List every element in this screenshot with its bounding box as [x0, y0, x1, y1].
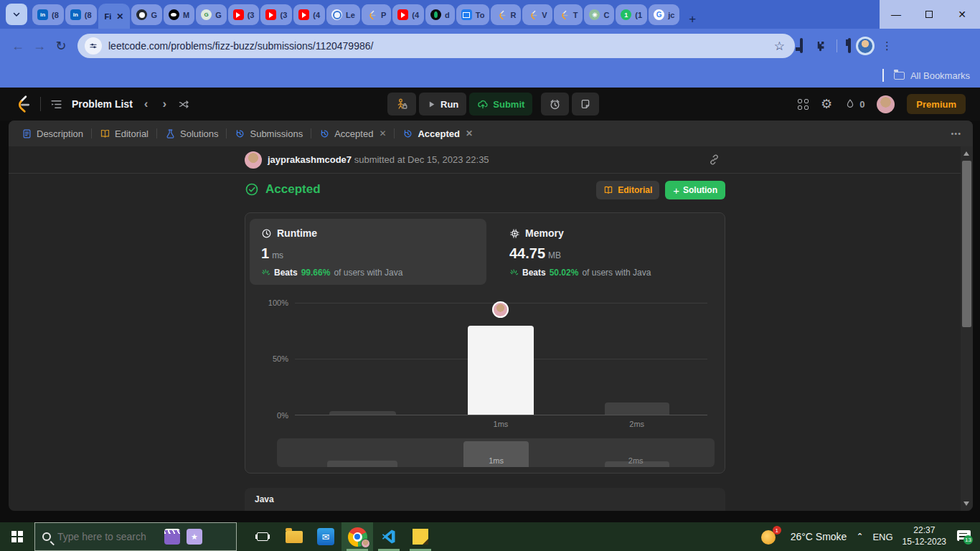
- prev-problem-icon[interactable]: ‹: [141, 97, 151, 111]
- code-language-header[interactable]: Java: [245, 488, 725, 511]
- browser-tab[interactable]: M: [164, 4, 194, 25]
- browser-tab[interactable]: (8: [32, 4, 64, 25]
- new-tab-button[interactable]: +: [683, 10, 702, 29]
- chrome-button-active[interactable]: [341, 522, 373, 551]
- browser-tab-active[interactable]: Fi✕: [98, 4, 131, 29]
- run-button[interactable]: Run: [419, 93, 466, 116]
- notes-button[interactable]: [572, 93, 599, 116]
- file-explorer-button[interactable]: [278, 522, 310, 551]
- tab-solutions[interactable]: Solutions: [165, 128, 218, 139]
- bookmark-star-icon[interactable]: ☆: [774, 39, 785, 54]
- browser-tab[interactable]: (8: [65, 4, 97, 25]
- address-bar[interactable]: leetcode.com/problems/fizz-buzz/submissi…: [77, 34, 795, 58]
- scroll-down-arrow[interactable]: [963, 501, 969, 506]
- video-editor-icon[interactable]: [164, 529, 180, 545]
- site-settings-icon[interactable]: [85, 37, 102, 55]
- browser-menu-icon[interactable]: ⋮: [882, 39, 892, 52]
- scroll-up-arrow[interactable]: [963, 151, 969, 156]
- bar-2ms[interactable]: [605, 402, 669, 415]
- browser-tab[interactable]: V: [522, 4, 552, 25]
- debugger-button[interactable]: [387, 93, 416, 116]
- memory-card[interactable]: Memory 44.75MB Beats 50.02% of users wit…: [498, 219, 717, 285]
- settings-gear-icon[interactable]: ⚙: [821, 96, 832, 112]
- forward-button[interactable]: →: [29, 35, 50, 57]
- browser-tab[interactable]: T: [554, 4, 583, 25]
- search-input[interactable]: [57, 531, 158, 542]
- chevron-down-icon: [14, 14, 19, 17]
- layout-grid-icon[interactable]: [798, 99, 809, 110]
- sticky-notes-button[interactable]: [405, 522, 436, 551]
- all-bookmarks[interactable]: All Bookmarks: [882, 63, 970, 88]
- browser-tab[interactable]: G: [131, 4, 162, 25]
- random-problem-icon[interactable]: [178, 98, 190, 110]
- submit-button[interactable]: Submit: [469, 93, 532, 116]
- browser-tab[interactable]: d: [425, 4, 455, 25]
- tab-description[interactable]: Description: [22, 128, 83, 139]
- tabbar-more-icon[interactable]: •••: [951, 121, 961, 146]
- browser-tab[interactable]: (4: [293, 4, 325, 25]
- tab-accepted-2-active[interactable]: Accepted ✕: [402, 128, 473, 139]
- daily-streak[interactable]: 0: [844, 98, 864, 110]
- timer-button[interactable]: [541, 93, 569, 116]
- language-indicator[interactable]: ENG: [872, 532, 892, 542]
- extensions-puzzle-icon[interactable]: [813, 39, 826, 52]
- close-icon[interactable]: ✕: [466, 128, 473, 138]
- weather-text[interactable]: 26°C Smoke: [791, 531, 847, 542]
- problem-list-label[interactable]: Problem List: [72, 98, 133, 110]
- reload-button[interactable]: ↻: [50, 35, 72, 57]
- browser-profile-avatar[interactable]: [856, 37, 875, 55]
- taskbar-search[interactable]: ★: [34, 522, 237, 551]
- browser-tab[interactable]: (4: [392, 4, 424, 25]
- browser-tab[interactable]: Le: [326, 4, 360, 25]
- browser-tab[interactable]: P: [362, 4, 391, 25]
- action-center-button[interactable]: 13: [956, 529, 973, 545]
- mail-button[interactable]: ✉: [310, 522, 341, 551]
- start-button[interactable]: [0, 522, 34, 551]
- bar-0ms[interactable]: [329, 411, 397, 415]
- weather-widget[interactable]: 1: [760, 527, 781, 546]
- user-avatar[interactable]: [877, 95, 895, 113]
- tab-editorial[interactable]: Editorial: [100, 128, 149, 139]
- runtime-card[interactable]: Runtime 1ms Beats 99.66% of users with J…: [250, 219, 486, 285]
- minimize-button[interactable]: —: [880, 0, 913, 29]
- runtime-distribution-chart[interactable]: 1ms 2ms: [295, 303, 707, 415]
- close-icon[interactable]: ✕: [379, 128, 386, 138]
- browser-tab[interactable]: jc: [649, 4, 679, 25]
- browser-tab[interactable]: (3: [228, 4, 260, 25]
- tray-expand-chevron[interactable]: ⌃: [856, 532, 863, 542]
- next-problem-icon[interactable]: ›: [159, 97, 169, 111]
- browser-tab[interactable]: (3: [260, 4, 292, 25]
- picture-in-picture-icon[interactable]: [800, 39, 803, 52]
- back-button[interactable]: ←: [7, 35, 29, 57]
- browser-tab[interactable]: R: [491, 4, 521, 25]
- submitter-avatar[interactable]: [245, 151, 262, 169]
- close-window-button[interactable]: ✕: [946, 0, 979, 29]
- leetcode-logo[interactable]: [13, 95, 32, 113]
- add-solution-button[interactable]: + Solution: [665, 181, 725, 199]
- chart-brush-minimap[interactable]: 1ms 2ms: [277, 438, 715, 467]
- problem-list-icon[interactable]: [50, 98, 63, 111]
- bar-1ms-highlighted[interactable]: [468, 326, 534, 415]
- browser-tab[interactable]: To: [456, 4, 490, 25]
- vscode-button[interactable]: [373, 522, 405, 551]
- scrollbar-thumb[interactable]: [962, 161, 971, 327]
- editorial-button[interactable]: Editorial: [596, 181, 659, 199]
- browser-tab[interactable]: G: [196, 4, 227, 25]
- tab-accepted-1[interactable]: Accepted ✕: [319, 128, 386, 139]
- clock-widget[interactable]: 22:37 15-12-2023: [903, 525, 946, 547]
- page-scrollbar[interactable]: [961, 146, 973, 511]
- browser-tab[interactable]: C: [584, 4, 614, 25]
- photos-icon[interactable]: ★: [187, 529, 202, 545]
- task-view-button[interactable]: [247, 522, 278, 551]
- close-icon[interactable]: ✕: [116, 11, 123, 22]
- browser-tab[interactable]: (1: [616, 4, 647, 25]
- premium-button[interactable]: Premium: [907, 94, 966, 114]
- side-panel-icon[interactable]: [848, 39, 851, 52]
- tab-submissions[interactable]: Submissions: [235, 128, 303, 139]
- restore-button[interactable]: [913, 0, 946, 29]
- submitter-username[interactable]: jayprakashmcode7: [268, 154, 352, 165]
- copy-link-icon[interactable]: [708, 154, 720, 166]
- youtube-favicon: [233, 9, 244, 20]
- url-text[interactable]: leetcode.com/problems/fizz-buzz/submissi…: [108, 40, 774, 52]
- tab-search-button[interactable]: [6, 4, 27, 25]
